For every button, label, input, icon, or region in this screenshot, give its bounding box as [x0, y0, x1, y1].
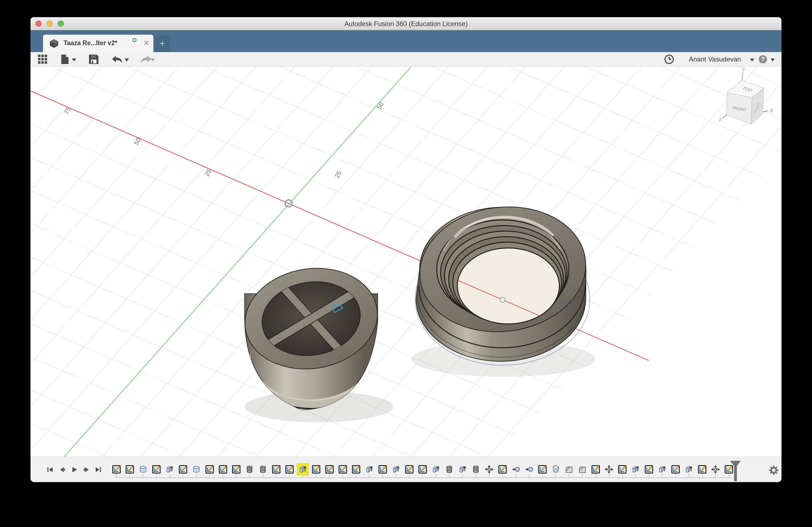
- step-forward-button[interactable]: [84, 467, 89, 472]
- timeline-feature-sketch[interactable]: [592, 466, 599, 473]
- help-menu-caret[interactable]: [770, 59, 775, 61]
- window-title: Autodesk Fusion 360 (Education License): [30, 17, 782, 30]
- toolbar: Anant Vasudevan ?: [30, 52, 782, 66]
- viewcube-z-label: Z: [719, 117, 722, 122]
- file-icon[interactable]: [61, 54, 69, 64]
- timeline-feature-sketch[interactable]: [725, 466, 733, 473]
- go-to-start-button[interactable]: [47, 467, 53, 472]
- timeline-feature-extrude[interactable]: [633, 467, 639, 472]
- viewport-canvas[interactable]: 75 50 25 50 25: [30, 66, 782, 457]
- timeline-feature-revolve[interactable]: [553, 466, 560, 472]
- timeline-feature-sketch[interactable]: [113, 466, 120, 473]
- recent-clock-icon[interactable]: [664, 54, 675, 64]
- new-tab-button[interactable]: +: [155, 35, 169, 52]
- app-window: Autodesk Fusion 360 (Education License) …: [30, 17, 782, 482]
- timeline-feature-cylinder[interactable]: [193, 466, 199, 472]
- viewcube-x-label: X: [770, 108, 773, 113]
- timeline-feature-extrude[interactable]: [460, 467, 466, 472]
- timeline-feature-sketch[interactable]: [206, 466, 214, 473]
- document-cube-icon: [49, 39, 59, 48]
- undo-icon[interactable]: [111, 54, 123, 64]
- timeline-feature-sketch[interactable]: [313, 466, 320, 473]
- timeline-feature-sketch[interactable]: [672, 466, 679, 473]
- timeline-feature-coil[interactable]: [260, 466, 265, 473]
- timeline-feature-sketch[interactable]: [499, 466, 506, 473]
- document-tab[interactable]: Taaza Re...lter v2* ✕: [43, 35, 154, 52]
- timeline-feature-align[interactable]: [525, 467, 533, 471]
- timeline-feature-sketch[interactable]: [539, 466, 546, 473]
- viewcube-y-label: Y: [742, 67, 745, 72]
- timeline-feature-sketch[interactable]: [619, 466, 626, 473]
- timeline-feature-sketch[interactable]: [153, 466, 160, 473]
- titlebar: Autodesk Fusion 360 (Education License): [30, 17, 782, 30]
- timeline-feature-coil[interactable]: [447, 466, 452, 473]
- timeline-feature-align[interactable]: [512, 467, 519, 471]
- timeline-feature-coil[interactable]: [247, 466, 252, 473]
- timeline-feature-move[interactable]: [605, 466, 613, 473]
- timeline-settings-gear-icon[interactable]: [769, 466, 779, 475]
- timeline-feature-sketch[interactable]: [406, 466, 413, 473]
- timeline-feature-extrude[interactable]: [367, 467, 373, 472]
- timeline-feature-extrude[interactable]: [300, 467, 306, 472]
- timeline-track[interactable]: [116, 474, 732, 478]
- document-tab-bar: Taaza Re...lter v2* ✕ +: [30, 30, 782, 52]
- timeline-feature-fillet[interactable]: [566, 467, 572, 472]
- origin-marker[interactable]: [285, 200, 292, 207]
- play-button[interactable]: [72, 467, 77, 472]
- timeline-feature-sketch[interactable]: [326, 466, 333, 473]
- timeline-feature-sketch[interactable]: [179, 466, 187, 473]
- timeline-feature-sketch[interactable]: [233, 466, 240, 473]
- help-icon[interactable]: ?: [759, 55, 767, 63]
- user-menu-caret[interactable]: [750, 59, 754, 61]
- timeline-feature-sketch[interactable]: [699, 466, 706, 473]
- timeline-feature-sketch[interactable]: [219, 466, 227, 473]
- cloud-sync-status-icon: [132, 38, 136, 42]
- timeline-feature-sketch[interactable]: [352, 466, 360, 473]
- document-tab-title: Taaza Re...lter v2*: [63, 35, 117, 52]
- screen: Autodesk Fusion 360 (Education License) …: [0, 0, 812, 527]
- file-menu-caret[interactable]: [72, 59, 76, 61]
- timeline-feature-coil[interactable]: [474, 466, 478, 473]
- timeline-feature-sketch[interactable]: [379, 466, 387, 473]
- timeline-feature-extrude[interactable]: [433, 467, 439, 472]
- go-to-end-button[interactable]: [96, 467, 101, 472]
- timeline-feature-extrude[interactable]: [659, 467, 666, 472]
- timeline-feature-sketch[interactable]: [273, 466, 280, 473]
- timeline-feature-fillet[interactable]: [579, 467, 585, 472]
- timeline-feature-sketch[interactable]: [126, 466, 134, 473]
- tab-close-button[interactable]: ✕: [141, 35, 152, 52]
- timeline-feature-sketch[interactable]: [286, 466, 293, 473]
- data-panel-grid-icon[interactable]: [38, 54, 48, 64]
- timeline-feature-extrude[interactable]: [393, 467, 399, 472]
- timeline-feature-sketch[interactable]: [419, 466, 426, 473]
- timeline-feature-move[interactable]: [485, 466, 493, 473]
- undo-menu-caret[interactable]: [125, 59, 129, 61]
- timeline-feature-sketch[interactable]: [339, 466, 347, 473]
- timeline-bar: [30, 457, 782, 482]
- step-back-button[interactable]: [60, 467, 65, 472]
- timeline-feature-move[interactable]: [712, 466, 720, 473]
- timeline-feature-extrude[interactable]: [686, 467, 692, 472]
- user-menu[interactable]: Anant Vasudevan: [689, 52, 741, 66]
- viewport-background: [30, 66, 782, 457]
- save-icon[interactable]: [88, 54, 99, 64]
- redo-menu-caret[interactable]: [150, 59, 155, 61]
- timeline-feature-extrude[interactable]: [167, 467, 173, 472]
- timeline-feature-cylinder[interactable]: [140, 466, 146, 472]
- timeline-feature-sketch[interactable]: [645, 466, 653, 473]
